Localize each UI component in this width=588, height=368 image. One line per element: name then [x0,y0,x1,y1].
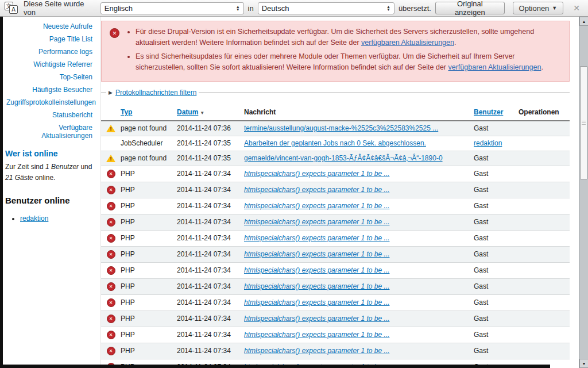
log-message-link[interactable]: htmlspecialchars() expects parameter 1 t… [244,202,389,210]
table-row: !page not found2014-11-24 07:35gemaelde/… [101,151,570,166]
source-language-select[interactable]: Englisch ▲▼ [100,2,244,14]
log-type: page not found [121,151,177,166]
available-updates-link[interactable]: verfügbaren Aktualisierungen [448,63,541,71]
log-type: PHP [121,198,177,214]
sidebar-link[interactable]: Häufigste Besucher [5,83,94,96]
sidebar-link[interactable]: Statusbericht [5,109,94,121]
table-row: !page not found2014-11-24 07:36termine/a… [101,121,570,136]
log-message-link[interactable]: htmlspecialchars() expects parameter 1 t… [244,218,389,226]
scrollbar-thumb[interactable] [580,66,587,179]
log-message-link[interactable]: termine/ausstellung/august-macke-%2525c3… [244,124,438,132]
translate-suffix-text: übersetzt. [399,4,431,13]
users-online-heading: Benutzer online [5,195,94,205]
error-icon: ✕ [107,315,115,323]
log-user: Gast [474,124,488,132]
log-operations [519,247,570,263]
log-message-link[interactable]: htmlspecialchars() expects parameter 1 t… [244,234,389,242]
vertical-scrollbar[interactable]: ▲ ▼ [579,17,588,368]
translate-icon: 文 A [5,2,20,14]
table-row: ✕PHP2014-11-24 07:34htmlspecialchars() e… [101,311,570,327]
filter-fieldset: ▶ Protokollnachrichten filtern [101,89,570,97]
log-operations [519,198,570,214]
sort-by-user-link[interactable]: Benutzer [474,108,503,116]
sidebar-link[interactable]: Performance logs [5,45,94,58]
log-message-link[interactable]: htmlspecialchars() expects parameter 1 t… [244,331,389,339]
sort-by-type-link[interactable]: Typ [121,108,132,116]
log-type: PHP [121,231,177,247]
sort-by-date-link[interactable]: Datum [177,108,198,116]
log-message-link[interactable]: htmlspecialchars() expects parameter 1 t… [244,250,389,258]
log-type: PHP [121,279,177,295]
log-message-link[interactable]: htmlspecialchars() expects parameter 1 t… [244,170,389,178]
log-date: 2014-11-24 07:34 [177,279,244,295]
scroll-up-button[interactable]: ▲ [579,17,588,26]
show-original-button[interactable]: Original anzeigen [435,2,505,14]
table-row: ✕PHP2014-11-24 07:34htmlspecialchars() e… [101,263,570,279]
log-type: PHP [121,295,177,311]
target-language-select[interactable]: Deutsch ▲▼ [258,2,394,14]
sidebar-link[interactable]: Wichtigste Referrer [5,58,94,71]
log-table-body: !page not found2014-11-24 07:36termine/a… [101,121,570,368]
scroll-down-button[interactable]: ▼ [579,359,588,368]
log-type: PHP [121,214,177,231]
log-date: 2014-11-24 07:34 [177,343,244,359]
who-online-heading: Wer ist online [5,149,94,158]
log-message-link[interactable]: htmlspecialchars() expects parameter 1 t… [244,298,389,306]
error-icon: ✕ [107,266,115,275]
table-row: ✕PHP2014-11-24 07:34htmlspecialchars() e… [101,214,570,231]
log-date: 2014-11-24 07:35 [177,136,244,151]
error-icon: ✕ [107,298,115,307]
select-spinner-icon: ▲▼ [386,5,390,11]
online-users-list: redaktion [20,214,94,223]
select-spinner-icon: ▲▼ [236,5,240,11]
translate-prefix-text: Diese Seite wurde von [24,0,96,17]
error-icon: ✕ [107,331,115,339]
log-user-link[interactable]: redaktion [474,139,502,147]
log-user: Gast [474,250,488,258]
fieldset-border-left [101,93,106,93]
log-user: Gast [474,202,488,210]
log-date: 2014-11-24 07:34 [177,214,244,231]
log-message-link[interactable]: Abarbeiten der geplanten Jobs nach 0 Sek… [244,139,426,147]
options-button[interactable]: Optionen ▼ [513,2,564,14]
sidebar-link[interactable]: Zugriffsprotokolleinstellungen [5,96,94,109]
table-row: ✕PHP2014-11-24 07:34htmlspecialchars() e… [101,279,570,295]
sidebar-link[interactable]: Top-Seiten [5,71,94,83]
log-message-link[interactable]: htmlspecialchars() expects parameter 1 t… [244,186,389,194]
sidebar-divider [100,17,100,365]
header-message: Nachricht [244,105,474,121]
log-message-link[interactable]: gemaelde/vincent-van-gogh-1853-ÃƒÂ¢Ã¢â€š… [244,154,443,162]
header-icon-spacer [101,105,121,121]
log-user: Gast [474,170,488,178]
sidebar-link[interactable]: Verfügbare Aktualisierungen [5,121,94,142]
log-operations [519,263,570,279]
error-message-item: Es sind Sicherheitsupdates für eines ode… [136,51,562,73]
warning-icon: ! [106,155,115,162]
sidebar-link[interactable]: Page Title List [5,33,94,45]
log-date: 2014-11-24 07:35 [177,151,244,166]
table-row: JobScheduler2014-11-24 07:35Abarbeiten d… [101,136,570,151]
log-user: Gast [474,315,488,323]
collapsed-arrow-icon: ▶ [109,90,113,95]
log-user: Gast [474,218,488,226]
log-message-link[interactable]: htmlspecialchars() expects parameter 1 t… [244,266,389,274]
error-messages-box: ✕ Für diese Drupal-Version ist ein Siche… [101,21,570,82]
log-operations [519,121,570,136]
table-row: ✕PHP2014-11-24 07:34htmlspecialchars() e… [101,231,570,247]
available-updates-link[interactable]: verfügbaren Aktualisierungen [361,39,454,47]
log-operations [519,136,570,151]
online-user-link[interactable]: redaktion [20,214,48,223]
log-message-link[interactable]: htmlspecialchars() expects parameter 1 t… [244,347,389,355]
table-row: ✕PHP2014-11-24 07:34htmlspecialchars() e… [101,198,570,214]
close-icon[interactable]: ✕ [573,3,580,13]
filter-toggle-link[interactable]: Protokollnachrichten filtern [115,89,196,97]
error-icon: ✕ [107,347,115,355]
log-operations [519,151,570,166]
sidebar-link[interactable]: Neueste Aufrufe [5,20,94,33]
table-row: ✕PHP2014-11-24 07:34htmlspecialchars() e… [101,182,570,198]
log-message-link[interactable]: htmlspecialchars() expects parameter 1 t… [244,315,389,323]
log-message-link[interactable]: htmlspecialchars() expects parameter 1 t… [244,282,389,290]
log-user: Gast [474,331,488,339]
log-date: 2014-11-24 07:36 [177,121,244,136]
log-operations [519,311,570,327]
